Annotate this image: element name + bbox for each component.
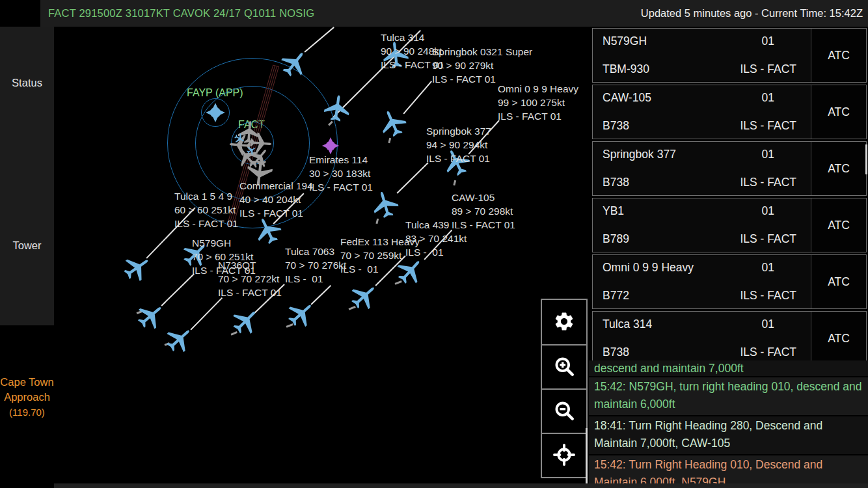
sidebar-item-approach[interactable]: Cape Town Approach (119.70) [0, 375, 54, 420]
strip-bottom-row: TBM-930ILS - FACT [603, 62, 796, 76]
strip-approach: ILS - FACT [740, 176, 796, 189]
aircraft-data-tag[interactable]: Springbok 37794 > 90 294ktILS - FACT 01 [426, 124, 491, 165]
leader-line [305, 27, 334, 52]
strip-handoff-button[interactable]: ATC [811, 198, 866, 252]
sidebar-item-tower[interactable]: Tower [0, 239, 54, 252]
strip-approach: ILS - FACT [740, 289, 796, 303]
strip-aircraft-type: B789 [603, 232, 629, 246]
aircraft-data-tag[interactable]: N736QT70 > 70 272ktILS - FACT 01 [218, 258, 282, 299]
strip-runway: 01 [762, 34, 774, 48]
strip-callsign: N579GH [603, 34, 647, 48]
strip-bottom-row: B738ILS - FACT [603, 176, 796, 189]
message-log: descend and maintain 7,000ft15:42: N579G… [589, 360, 868, 488]
strip-runway: 01 [762, 91, 774, 105]
strip-aircraft-type: B772 [603, 289, 629, 303]
strip-aircraft-type: TBM-930 [603, 62, 649, 76]
strip-bottom-row: B738ILS - FACT [603, 119, 796, 133]
tag-line: ILS - FACT 01 [174, 217, 238, 230]
flight-strip[interactable]: Tulca 31401B738ILS - FACTATC [592, 311, 867, 360]
tag-line: Springbok 377 [426, 124, 491, 138]
leader-line [403, 81, 431, 114]
flight-strip[interactable]: Omni 0 9 9 Heavy01B772ILS - FACTATC [592, 254, 867, 309]
strip-aircraft-type: B738 [603, 119, 629, 133]
aircraft-data-tag[interactable]: Commercial 19440 > 40 204ktILS - FACT 01 [239, 179, 313, 220]
aircraft-data-tag[interactable]: FedEx 113 Heavy70 > 70 259ktILS - 01 [340, 235, 420, 276]
flight-strip[interactable]: CAW-10501B738ILS - FACTATC [592, 85, 867, 139]
approach-frequency: (119.70) [0, 405, 54, 420]
tag-line: 30 > 30 183kt [309, 167, 373, 180]
metar-text: FACT 291500Z 31017KT CAVOK 24/17 Q1011 N… [48, 7, 314, 20]
log-message: descend and maintain 7,000ft [589, 360, 868, 376]
strip-top-row: Springbok 37701 [603, 148, 796, 161]
tag-line: 70 > 70 272kt [218, 272, 282, 286]
tag-line: Omni 0 9 9 Heavy [498, 82, 578, 96]
FAYP-approach-fix [204, 102, 226, 126]
aircraft-data-tag[interactable]: Tulca 706370 > 70 276ktILS - 01 [285, 245, 346, 286]
tag-line: N579GH [192, 236, 256, 250]
tag-line: ILS - FACT 01 [426, 152, 491, 165]
strip-main: N579GH01TBM-930ILS - FACT [593, 29, 811, 82]
tag-line: 90 > 90 279kt [432, 59, 532, 72]
leader-line [396, 162, 428, 193]
strip-runway: 01 [762, 204, 774, 218]
zoom-in-button[interactable] [542, 344, 586, 388]
flight-strip[interactable]: Springbok 37701B738ILS - FACTATC [592, 141, 867, 196]
aircraft-data-tag[interactable]: Tulca 1 5 4 960 > 60 251ktILS - FACT 01 [174, 189, 238, 230]
strip-callsign: Springbok 377 [603, 148, 676, 161]
strip-top-row: Omni 0 9 9 Heavy01 [603, 261, 796, 275]
strip-top-row: N579GH01 [603, 34, 796, 48]
gear-icon [553, 310, 575, 334]
aircraft-data-tag[interactable]: Emirates 11430 > 30 183ktILS - FACT 01 [309, 153, 373, 194]
tag-line: 99 > 100 275kt [498, 96, 578, 109]
strip-callsign: YB1 [603, 204, 624, 218]
tag-line: ILS - FACT 01 [239, 206, 313, 220]
strip-approach: ILS - FACT [740, 346, 796, 359]
bottom-bar [54, 483, 868, 488]
log-message: 15:42: N579GH, turn right heading 010, d… [589, 377, 868, 415]
strip-approach: ILS - FACT [740, 62, 796, 76]
tag-line: Emirates 114 [309, 153, 373, 167]
leader-line [310, 285, 331, 305]
gear-button[interactable] [542, 300, 586, 344]
tag-line: ILS - FACT 01 [218, 286, 282, 299]
strip-callsign: Omni 0 9 9 Heavy [603, 261, 694, 275]
leader-line [161, 273, 194, 306]
tag-line: 89 > 70 298kt [452, 204, 515, 218]
tag-line: ILS - 01 [285, 272, 346, 286]
update-and-clock-text: Updated 5 minutes ago - Current Time: 15… [641, 7, 863, 20]
flight-strip[interactable]: N579GH01TBM-930ILS - FACTATC [592, 28, 867, 83]
strip-bottom-row: B772ILS - FACT [603, 289, 796, 303]
strip-handoff-button[interactable]: ATC [811, 85, 866, 139]
tag-line: Tulca 7063 [285, 245, 346, 258]
strip-main: Omni 0 9 9 Heavy01B772ILS - FACT [593, 255, 811, 308]
aircraft-data-tag[interactable]: Springbok 0321 Super90 > 90 279ktILS - F… [432, 45, 532, 86]
strip-runway: 01 [762, 148, 774, 161]
strip-callsign: CAW-105 [603, 91, 651, 105]
aircraft-data-tag[interactable]: Omni 0 9 9 Heavy99 > 100 275ktILS - FACT… [498, 82, 578, 123]
tag-line: Springbok 0321 Super [432, 45, 532, 59]
tag-line: ILS - 01 [340, 262, 420, 276]
strip-main: Springbok 37701B738ILS - FACT [593, 142, 811, 195]
radar-display[interactable]: FAYP (APP) FACT Tulca 31490 > 90 248ktIL… [54, 27, 589, 483]
strip-aircraft-type: B738 [603, 176, 629, 189]
strip-handoff-button[interactable]: ATC [811, 142, 866, 195]
strip-main: YB101B789ILS - FACT [593, 198, 811, 252]
tag-line: 40 > 40 204kt [239, 193, 313, 206]
flight-strip[interactable]: YB101B789ILS - FACTATC [592, 198, 867, 252]
message-log-scrollbar[interactable] [586, 428, 588, 483]
leader-line [190, 297, 222, 330]
zoom-out-button[interactable] [542, 388, 586, 433]
strip-handoff-button[interactable]: ATC [811, 255, 866, 308]
strip-handoff-button[interactable]: ATC [811, 312, 866, 360]
zoom-in-icon [552, 355, 576, 380]
center-view-button[interactable] [542, 433, 586, 477]
tag-line: Tulca 1 5 4 9 [174, 189, 238, 203]
sidebar-item-status[interactable]: Status [0, 77, 54, 89]
aircraft-icon[interactable] [320, 92, 354, 126]
strip-handoff-button[interactable]: ATC [811, 29, 866, 82]
tag-line: Tulca 314 [381, 31, 444, 44]
tag-line: Commercial 194 [239, 179, 313, 193]
tag-line: N736QT [218, 258, 282, 272]
approach-name: Cape Town Approach [0, 375, 54, 405]
strip-list-scrollbar[interactable] [865, 144, 867, 174]
